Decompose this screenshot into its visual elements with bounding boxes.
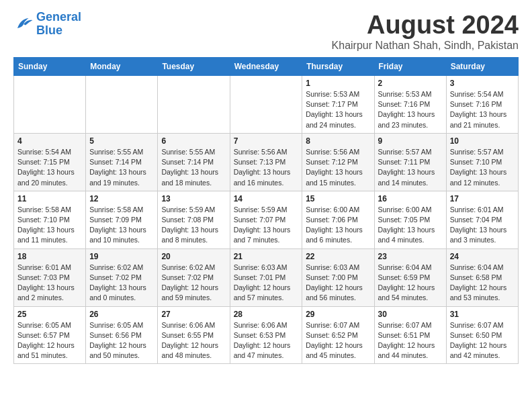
- day-info: Sunrise: 6:04 AM Sunset: 6:58 PM Dayligh…: [450, 263, 515, 304]
- day-number: 14: [234, 194, 299, 203]
- day-number: 25: [17, 310, 82, 319]
- day-number: 29: [306, 310, 370, 319]
- calendar-cell: 17Sunrise: 6:01 AM Sunset: 7:04 PM Dayli…: [446, 191, 518, 248]
- day-number: 31: [450, 310, 515, 319]
- day-info: Sunrise: 6:05 AM Sunset: 6:56 PM Dayligh…: [89, 320, 154, 361]
- day-number: 19: [89, 252, 154, 261]
- calendar-cell: 5Sunrise: 5:55 AM Sunset: 7:14 PM Daylig…: [86, 133, 158, 191]
- day-info: Sunrise: 6:05 AM Sunset: 6:57 PM Dayligh…: [17, 320, 82, 361]
- calendar-week-5: 25Sunrise: 6:05 AM Sunset: 6:57 PM Dayli…: [14, 306, 519, 364]
- calendar-cell: 1Sunrise: 5:53 AM Sunset: 7:17 PM Daylig…: [302, 76, 374, 134]
- day-number: 23: [378, 252, 443, 261]
- day-number: 11: [17, 194, 82, 203]
- calendar-cell: 3Sunrise: 5:54 AM Sunset: 7:16 PM Daylig…: [446, 76, 518, 134]
- calendar-cell: 19Sunrise: 6:02 AM Sunset: 7:02 PM Dayli…: [86, 248, 158, 306]
- day-number: 8: [306, 136, 370, 146]
- weekday-header-wednesday: Wednesday: [230, 58, 302, 76]
- calendar-cell: 18Sunrise: 6:01 AM Sunset: 7:03 PM Dayli…: [14, 248, 86, 306]
- day-info: Sunrise: 5:55 AM Sunset: 7:14 PM Dayligh…: [161, 147, 226, 188]
- calendar-week-3: 11Sunrise: 5:58 AM Sunset: 7:10 PM Dayli…: [14, 191, 519, 248]
- day-info: Sunrise: 6:03 AM Sunset: 7:00 PM Dayligh…: [306, 263, 370, 304]
- calendar-week-1: 1Sunrise: 5:53 AM Sunset: 7:17 PM Daylig…: [14, 76, 519, 134]
- calendar-cell: 10Sunrise: 5:57 AM Sunset: 7:10 PM Dayli…: [446, 133, 518, 191]
- weekday-header-saturday: Saturday: [446, 58, 518, 76]
- calendar-cell: 23Sunrise: 6:04 AM Sunset: 6:59 PM Dayli…: [374, 248, 446, 306]
- calendar-cell: 9Sunrise: 5:57 AM Sunset: 7:11 PM Daylig…: [374, 133, 446, 191]
- day-info: Sunrise: 5:57 AM Sunset: 7:11 PM Dayligh…: [378, 147, 443, 188]
- weekday-header-thursday: Thursday: [302, 58, 374, 76]
- day-number: 17: [450, 194, 515, 203]
- calendar-cell: 22Sunrise: 6:03 AM Sunset: 7:00 PM Dayli…: [302, 248, 374, 306]
- day-info: Sunrise: 6:07 AM Sunset: 6:50 PM Dayligh…: [450, 320, 515, 361]
- weekday-header-tuesday: Tuesday: [158, 58, 230, 76]
- day-info: Sunrise: 5:54 AM Sunset: 7:16 PM Dayligh…: [450, 89, 515, 130]
- day-number: 21: [234, 252, 299, 261]
- calendar-cell: 13Sunrise: 5:59 AM Sunset: 7:08 PM Dayli…: [158, 191, 230, 248]
- day-number: 5: [89, 136, 154, 146]
- month-title: August 2024: [332, 11, 519, 40]
- day-number: 9: [378, 136, 443, 146]
- calendar-cell: 4Sunrise: 5:54 AM Sunset: 7:15 PM Daylig…: [14, 133, 86, 191]
- calendar-week-4: 18Sunrise: 6:01 AM Sunset: 7:03 PM Dayli…: [14, 248, 519, 306]
- day-info: Sunrise: 6:00 AM Sunset: 7:05 PM Dayligh…: [378, 205, 443, 246]
- weekday-header-monday: Monday: [86, 58, 158, 76]
- calendar-cell: 20Sunrise: 6:02 AM Sunset: 7:02 PM Dayli…: [158, 248, 230, 306]
- day-info: Sunrise: 6:02 AM Sunset: 7:02 PM Dayligh…: [161, 263, 226, 304]
- logo-icon: [13, 14, 34, 34]
- calendar-cell: [158, 76, 230, 134]
- calendar-cell: 6Sunrise: 5:55 AM Sunset: 7:14 PM Daylig…: [158, 133, 230, 191]
- calendar-cell: [86, 76, 158, 134]
- day-number: 1: [306, 79, 370, 88]
- day-info: Sunrise: 6:04 AM Sunset: 6:59 PM Dayligh…: [378, 263, 443, 304]
- title-block: August 2024 Khairpur Nathan Shah, Sindh,…: [332, 11, 519, 52]
- day-number: 26: [89, 310, 154, 319]
- calendar-cell: 12Sunrise: 5:58 AM Sunset: 7:09 PM Dayli…: [86, 191, 158, 248]
- day-number: 18: [17, 252, 82, 261]
- day-number: 6: [161, 136, 226, 146]
- weekday-header-sunday: Sunday: [14, 58, 86, 76]
- calendar-cell: [230, 76, 302, 134]
- weekday-header-friday: Friday: [374, 58, 446, 76]
- logo-text: General Blue: [36, 11, 81, 38]
- calendar-cell: 16Sunrise: 6:00 AM Sunset: 7:05 PM Dayli…: [374, 191, 446, 248]
- calendar-cell: 28Sunrise: 6:06 AM Sunset: 6:53 PM Dayli…: [230, 306, 302, 364]
- calendar-cell: 15Sunrise: 6:00 AM Sunset: 7:06 PM Dayli…: [302, 191, 374, 248]
- day-info: Sunrise: 6:02 AM Sunset: 7:02 PM Dayligh…: [89, 263, 154, 304]
- calendar-cell: 2Sunrise: 5:53 AM Sunset: 7:16 PM Daylig…: [374, 76, 446, 134]
- day-number: 10: [450, 136, 515, 146]
- logo: General Blue: [13, 11, 81, 38]
- day-info: Sunrise: 6:00 AM Sunset: 7:06 PM Dayligh…: [306, 205, 370, 246]
- weekday-header-row: SundayMondayTuesdayWednesdayThursdayFrid…: [14, 58, 519, 76]
- day-info: Sunrise: 5:53 AM Sunset: 7:16 PM Dayligh…: [378, 89, 443, 130]
- calendar-cell: 21Sunrise: 6:03 AM Sunset: 7:01 PM Dayli…: [230, 248, 302, 306]
- day-info: Sunrise: 5:59 AM Sunset: 7:08 PM Dayligh…: [161, 205, 226, 246]
- calendar-cell: 11Sunrise: 5:58 AM Sunset: 7:10 PM Dayli…: [14, 191, 86, 248]
- day-number: 30: [378, 310, 443, 319]
- calendar-cell: 31Sunrise: 6:07 AM Sunset: 6:50 PM Dayli…: [446, 306, 518, 364]
- day-number: 13: [161, 194, 226, 203]
- day-number: 4: [17, 136, 82, 146]
- day-info: Sunrise: 5:59 AM Sunset: 7:07 PM Dayligh…: [234, 205, 299, 246]
- day-number: 3: [450, 79, 515, 88]
- calendar-week-2: 4Sunrise: 5:54 AM Sunset: 7:15 PM Daylig…: [14, 133, 519, 191]
- calendar-cell: 7Sunrise: 5:56 AM Sunset: 7:13 PM Daylig…: [230, 133, 302, 191]
- day-info: Sunrise: 6:07 AM Sunset: 6:52 PM Dayligh…: [306, 320, 370, 361]
- day-info: Sunrise: 5:58 AM Sunset: 7:09 PM Dayligh…: [89, 205, 154, 246]
- calendar-cell: 29Sunrise: 6:07 AM Sunset: 6:52 PM Dayli…: [302, 306, 374, 364]
- day-info: Sunrise: 5:58 AM Sunset: 7:10 PM Dayligh…: [17, 205, 82, 246]
- day-number: 12: [89, 194, 154, 203]
- calendar-cell: 30Sunrise: 6:07 AM Sunset: 6:51 PM Dayli…: [374, 306, 446, 364]
- calendar-cell: [14, 76, 86, 134]
- day-info: Sunrise: 6:06 AM Sunset: 6:53 PM Dayligh…: [234, 320, 299, 361]
- day-number: 27: [161, 310, 226, 319]
- day-info: Sunrise: 6:06 AM Sunset: 6:55 PM Dayligh…: [161, 320, 226, 361]
- page-header: General Blue August 2024 Khairpur Nathan…: [13, 11, 519, 52]
- calendar-cell: 27Sunrise: 6:06 AM Sunset: 6:55 PM Dayli…: [158, 306, 230, 364]
- day-info: Sunrise: 5:53 AM Sunset: 7:17 PM Dayligh…: [306, 89, 370, 130]
- day-number: 28: [234, 310, 299, 319]
- day-number: 7: [234, 136, 299, 146]
- calendar-cell: 14Sunrise: 5:59 AM Sunset: 7:07 PM Dayli…: [230, 191, 302, 248]
- day-info: Sunrise: 5:56 AM Sunset: 7:12 PM Dayligh…: [306, 147, 370, 188]
- day-info: Sunrise: 6:03 AM Sunset: 7:01 PM Dayligh…: [234, 263, 299, 304]
- day-info: Sunrise: 5:55 AM Sunset: 7:14 PM Dayligh…: [89, 147, 154, 188]
